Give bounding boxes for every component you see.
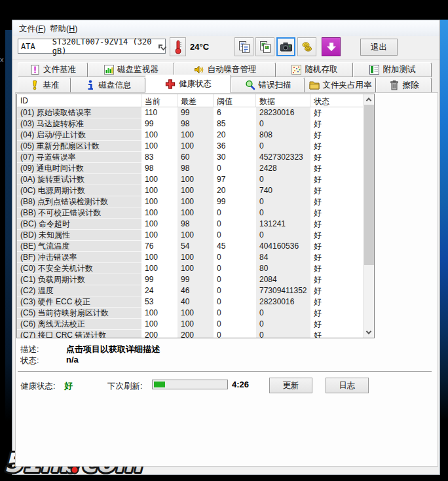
copy-image-button[interactable] — [255, 37, 274, 56]
scroll-down-button[interactable] — [364, 327, 374, 338]
table-row[interactable]: (BF) 冲击错误率100100084好 — [17, 252, 363, 263]
chevron-down-icon — [159, 45, 162, 48]
table-cell: 100 — [141, 219, 177, 230]
table-row[interactable]: (C5) 当前待映射扇区计数10010000好 — [17, 308, 363, 319]
log-button[interactable]: 日志 — [326, 378, 369, 393]
copy-icon — [238, 41, 251, 54]
table-cell: 好 — [310, 152, 363, 163]
refresh-progress-fill — [154, 382, 165, 387]
table-row[interactable]: (C3) 硬件 ECC 校正5340028230016好 — [17, 296, 363, 308]
table-cell: 好 — [310, 174, 363, 185]
table-cell: 0 — [256, 230, 310, 241]
table-row[interactable]: (C1) 负载周期计数999902084好 — [17, 274, 363, 285]
copy-text-button[interactable] — [234, 37, 253, 56]
tab-file-benchmark[interactable]: 文件基准 — [18, 62, 88, 77]
health-status-value: 好 — [64, 380, 73, 392]
drive-select-dropdown[interactable]: ATA ST320LT007-9ZV14 (320 gB) — [18, 39, 166, 54]
table-row[interactable]: (03) 马达旋转标准9998850好 — [17, 118, 363, 130]
table-row[interactable]: (07) 寻道错误率8360304527302323好 — [17, 152, 363, 163]
column-header-id[interactable]: ID — [17, 94, 141, 107]
table-cell: 99 — [177, 274, 214, 285]
temperature-button[interactable] — [170, 37, 186, 56]
column-header-threshold[interactable]: 阈值 — [214, 94, 256, 107]
column-header-data[interactable]: 数据 — [256, 94, 310, 107]
table-scrollbar[interactable] — [363, 94, 374, 338]
tab-benchmark[interactable]: 基准 — [18, 77, 71, 93]
table-row[interactable]: (C7) 接口 CRC 错误计数20020000好 — [17, 330, 363, 338]
table-cell: 24 — [141, 285, 177, 296]
menu-help[interactable]: 帮助(H) — [47, 23, 80, 35]
table-cell: 100 — [177, 196, 214, 207]
tab-random-access[interactable]: 随机存取 — [276, 62, 353, 77]
refresh-progress-bar — [152, 380, 228, 389]
health-status-label: 健康状态: — [20, 381, 55, 392]
table-cell: 76 — [141, 241, 177, 252]
table-cell: (BF) 冲击错误率 — [17, 252, 141, 263]
table-row[interactable]: (C0) 不安全关机计数100100080好 — [17, 263, 363, 274]
table-row[interactable]: (01) 原始读取错误率11099628230016好 — [17, 107, 363, 118]
table-cell: 100 — [177, 252, 214, 263]
table-row[interactable]: (BC) 命令超时100980131241好 — [17, 219, 363, 230]
table-cell: 0 — [256, 330, 310, 338]
table-cell: (C1) 负载周期计数 — [17, 274, 141, 285]
table-cell: 36 — [214, 141, 256, 152]
table-row[interactable]: (C6) 离线无法校正10010000好 — [17, 319, 363, 330]
column-header-status[interactable]: 状态 — [310, 94, 360, 107]
tab-disk-info[interactable]: 磁盘信息 — [71, 77, 145, 93]
noise-management-icon — [194, 65, 204, 75]
table-row[interactable]: (BB) 不可校正错误计数10010000好 — [17, 207, 363, 219]
table-cell: (BE) 气流温度 — [17, 241, 141, 252]
tab-extra-tests[interactable]: 附加测试 — [353, 62, 432, 77]
table-cell: 好 — [310, 230, 363, 241]
table-cell: 0 — [214, 319, 256, 330]
smart-attribute-table: ID 当前 最差 阈值 数据 状态 (01) 原始读取错误率1109962823… — [16, 94, 375, 338]
table-cell: 100 — [141, 141, 177, 152]
table-row[interactable]: (B8) 点到点错误检测计数100100990好 — [17, 196, 363, 207]
table-row[interactable]: (BD) 未知属性10010000好 — [17, 230, 363, 241]
table-row[interactable]: (0A) 旋转重试计数100100970好 — [17, 174, 363, 185]
table-cell: 好 — [310, 285, 363, 296]
table-cell: 53 — [141, 296, 177, 308]
table-cell: 好 — [310, 141, 363, 152]
table-cell: 好 — [310, 185, 363, 196]
table-cell: 好 — [310, 319, 363, 330]
table-row[interactable]: (05) 重新分配扇区计数100100360好 — [17, 141, 363, 152]
table-row[interactable]: (C2) 温度2446077309411352好 — [17, 285, 363, 296]
tab-error-scan[interactable]: 错误扫描 — [231, 77, 305, 93]
column-header-worst[interactable]: 最差 — [177, 94, 214, 107]
table-cell: 80 — [256, 263, 310, 274]
scroll-up-button[interactable] — [364, 94, 374, 105]
tab-health-status[interactable]: 健康状态 — [145, 75, 231, 93]
table-cell: (BB) 不可校正错误计数 — [17, 207, 141, 219]
table-row[interactable]: (04) 启动/停止计数10010020808好 — [17, 130, 363, 141]
table-cell: (C6) 离线无法校正 — [17, 319, 141, 330]
table-cell: 100 — [177, 207, 214, 219]
disk-monitor-icon — [103, 65, 114, 75]
table-cell: (0C) 电源周期计数 — [17, 185, 141, 196]
exit-button[interactable]: 退出 — [360, 39, 398, 56]
table-row[interactable]: (BE) 气流温度765445404160536好 — [17, 241, 363, 252]
donate-button[interactable] — [297, 37, 316, 56]
table-cell: 0 — [214, 296, 256, 308]
error-scan-icon — [245, 80, 255, 90]
table-row[interactable]: (0C) 电源周期计数10010020740好 — [17, 185, 363, 196]
update-check-button[interactable] — [322, 37, 341, 56]
tab-erase[interactable]: 擦除 — [376, 77, 432, 93]
app-window: 文件(F) 帮助(H) ATA ST320LT007-9ZV14 (320 gB… — [12, 20, 440, 475]
table-cell: (03) 马达旋转标准 — [17, 118, 141, 130]
table-cell: 100 — [141, 207, 177, 219]
update-button[interactable]: 更新 — [269, 378, 312, 393]
tab-folder-usage[interactable]: 文件夹占用率 — [305, 77, 376, 93]
table-cell: 100 — [141, 174, 177, 185]
table-cell: 好 — [310, 330, 363, 338]
background-close-icon[interactable]: x — [0, 56, 4, 63]
scrollbar-thumb[interactable] — [364, 105, 374, 265]
table-row[interactable]: (09) 通电时间计数989802428好 — [17, 163, 363, 174]
menu-file[interactable]: 文件(F) — [16, 23, 48, 35]
screenshot-button[interactable] — [276, 37, 295, 56]
table-cell: 4527302323 — [256, 152, 310, 163]
temperature-value: 24°C — [190, 42, 209, 52]
coins-icon — [301, 41, 314, 54]
table-cell: 0 — [256, 141, 310, 152]
column-header-current[interactable]: 当前 — [141, 94, 177, 107]
